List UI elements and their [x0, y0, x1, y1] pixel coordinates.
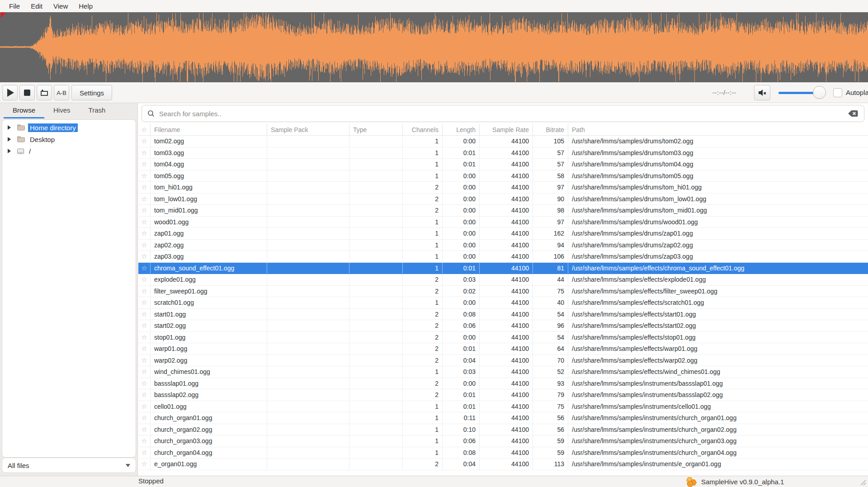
table-row[interactable]: ☆tom03.ogg10:014410057/usr/share/lmms/sa… [138, 147, 868, 159]
favorite-star-icon[interactable]: ☆ [138, 389, 151, 401]
stop-button[interactable] [19, 85, 35, 100]
menu-edit[interactable]: Edit [25, 1, 48, 11]
loop-button[interactable] [37, 85, 52, 100]
table-row[interactable]: ☆zap02.ogg10:004410094/usr/share/lmms/sa… [138, 240, 868, 251]
favorite-star-icon[interactable]: ☆ [138, 459, 151, 470]
column-header-sample-pack[interactable]: Sample Pack [267, 124, 349, 135]
table-row[interactable]: ☆bassslap01.ogg20:004410093/usr/share/lm… [138, 378, 868, 390]
favorite-star-icon[interactable]: ☆ [138, 147, 151, 159]
favorite-star-icon[interactable]: ☆ [138, 159, 151, 170]
table-row[interactable]: ☆church_organ02.ogg10:104410056/usr/shar… [138, 424, 868, 436]
favorite-star-icon[interactable]: ☆ [138, 355, 151, 366]
table-row[interactable]: ☆tom_low01.ogg20:004410090/usr/share/lmm… [138, 194, 868, 205]
column-header-length[interactable]: Length [443, 124, 480, 135]
favorite-star-icon[interactable]: ☆ [138, 136, 151, 147]
table-row[interactable]: ☆zap03.ogg10:0044100106/usr/share/lmms/s… [138, 251, 868, 263]
favorite-star-icon[interactable]: ☆ [138, 217, 151, 228]
favorite-star-icon[interactable]: ☆ [138, 251, 151, 262]
column-header-filename[interactable]: Filename [151, 124, 267, 135]
table-row[interactable]: ☆church_organ03.ogg10:064410059/usr/shar… [138, 435, 868, 447]
play-button[interactable] [2, 85, 18, 100]
column-header-path[interactable]: Path [568, 124, 868, 135]
table-row[interactable]: ☆filter_sweep01.ogg20:024410075/usr/shar… [138, 286, 868, 298]
favorite-star-icon[interactable]: ☆ [138, 343, 151, 355]
favorite-star-icon[interactable]: ☆ [138, 194, 151, 205]
cell-length: 0:00 [443, 297, 480, 308]
favorite-star-icon[interactable]: ☆ [138, 297, 151, 308]
tab-browse[interactable]: Browse [4, 103, 44, 118]
table-row[interactable]: ☆chroma_sound_effect01.ogg10:014410081/u… [138, 263, 868, 274]
cell-type [349, 274, 403, 285]
settings-button[interactable]: Settings [71, 85, 112, 100]
cell-channels: 1 [403, 240, 443, 251]
column-header-sample-rate[interactable]: Sample Rate [480, 124, 533, 135]
table-row[interactable]: ☆tom_hi01.ogg20:004410097/usr/share/lmms… [138, 182, 868, 194]
expand-arrow-icon[interactable] [8, 137, 11, 142]
tab-trash[interactable]: Trash [80, 103, 115, 118]
favorite-star-icon[interactable]: ☆ [138, 309, 151, 320]
table-row[interactable]: ☆tom04.ogg10:014410057/usr/share/lmms/sa… [138, 159, 868, 170]
menu-help[interactable]: Help [73, 1, 98, 11]
table-row[interactable]: ☆bassslap02.ogg20:014410079/usr/share/lm… [138, 389, 868, 401]
volume-slider-handle[interactable] [813, 86, 826, 99]
table-row[interactable]: ☆tom05.ogg10:004410058/usr/share/lmms/sa… [138, 170, 868, 182]
tab-hives[interactable]: Hives [44, 103, 80, 118]
favorite-star-icon[interactable]: ☆ [138, 332, 151, 343]
ab-loop-button[interactable]: A-B [54, 85, 69, 100]
favorite-star-icon[interactable]: ☆ [138, 320, 151, 331]
mute-button[interactable] [754, 85, 770, 100]
favorite-star-icon[interactable]: ☆ [138, 240, 151, 251]
table-row[interactable]: ☆wind_chimes01.ogg10:034410052/usr/share… [138, 366, 868, 378]
column-header-bitrate[interactable]: Bitrate [533, 124, 568, 135]
favorite-star-icon[interactable]: ☆ [138, 401, 151, 412]
table-row[interactable]: ☆warp01.ogg20:014410064/usr/share/lmms/s… [138, 343, 868, 355]
search-input[interactable]: Search for samples.. [142, 105, 864, 122]
table-row[interactable]: ☆zap01.ogg10:0044100162/usr/share/lmms/s… [138, 228, 868, 240]
favorite-star-icon[interactable]: ☆ [138, 447, 151, 459]
menu-file[interactable]: File [4, 1, 25, 11]
table-row[interactable]: ☆cello01.ogg10:014410075/usr/share/lmms/… [138, 401, 868, 413]
favorite-star-icon[interactable]: ☆ [138, 378, 151, 389]
table-row[interactable]: ☆tom02.ogg10:0044100105/usr/share/lmms/s… [138, 136, 868, 147]
cell-length: 0:01 [443, 147, 480, 159]
autoplay-checkbox[interactable] [833, 88, 842, 97]
table-row[interactable]: ☆explode01.ogg20:034410044/usr/share/lmm… [138, 274, 868, 286]
favorite-star-icon[interactable]: ☆ [138, 366, 151, 378]
tree-item-desktop[interactable]: Desktop [2, 133, 136, 145]
table-row[interactable]: ☆e_organ01.ogg20:0444100113/usr/share/lm… [138, 459, 868, 470]
favorite-star-icon[interactable]: ☆ [138, 424, 151, 435]
file-filter-dropdown[interactable]: All files [2, 458, 136, 473]
table-row[interactable]: ☆warp02.ogg20:044410070/usr/share/lmms/s… [138, 355, 868, 367]
favorites-column-header[interactable]: ☆ [138, 124, 151, 135]
tree-item-root[interactable]: / [2, 145, 136, 157]
table-row[interactable]: ☆tom_mid01.ogg20:004410098/usr/share/lmm… [138, 205, 868, 217]
table-row[interactable]: ☆scratch01.ogg10:004410040/usr/share/lmm… [138, 297, 868, 309]
clear-search-icon[interactable] [847, 109, 859, 118]
tree-item-home-directory[interactable]: Home directory [2, 122, 136, 133]
waveform-canvas[interactable] [0, 12, 868, 82]
favorite-star-icon[interactable]: ☆ [138, 435, 151, 447]
resize-grip[interactable] [858, 478, 867, 487]
favorite-star-icon[interactable]: ☆ [138, 170, 151, 182]
table-row[interactable]: ☆start01.ogg20:084410054/usr/share/lmms/… [138, 309, 868, 321]
table-row[interactable]: ☆church_organ04.ogg10:084410059/usr/shar… [138, 447, 868, 459]
expand-arrow-icon[interactable] [8, 125, 11, 130]
column-header-type[interactable]: Type [349, 124, 403, 135]
menu-view[interactable]: View [48, 1, 73, 11]
cell-type [349, 182, 403, 193]
table-row[interactable]: ☆stop01.ogg20:004410054/usr/share/lmms/s… [138, 332, 868, 344]
table-row[interactable]: ☆start02.ogg20:064410096/usr/share/lmms/… [138, 320, 868, 332]
favorite-star-icon[interactable]: ☆ [138, 228, 151, 239]
cell-type [349, 194, 403, 205]
expand-arrow-icon[interactable] [8, 149, 11, 153]
favorite-star-icon[interactable]: ☆ [138, 263, 151, 274]
table-row[interactable]: ☆wood01.ogg10:004410097/usr/share/lmms/s… [138, 217, 868, 228]
favorite-star-icon[interactable]: ☆ [138, 274, 151, 285]
favorite-star-icon[interactable]: ☆ [138, 286, 151, 297]
favorite-star-icon[interactable]: ☆ [138, 182, 151, 193]
favorite-star-icon[interactable]: ☆ [138, 205, 151, 216]
column-header-channels[interactable]: Channels [403, 124, 443, 135]
waveform-panel[interactable] [0, 12, 868, 82]
table-row[interactable]: ☆church_organ01.ogg10:114410056/usr/shar… [138, 412, 868, 424]
favorite-star-icon[interactable]: ☆ [138, 412, 151, 424]
